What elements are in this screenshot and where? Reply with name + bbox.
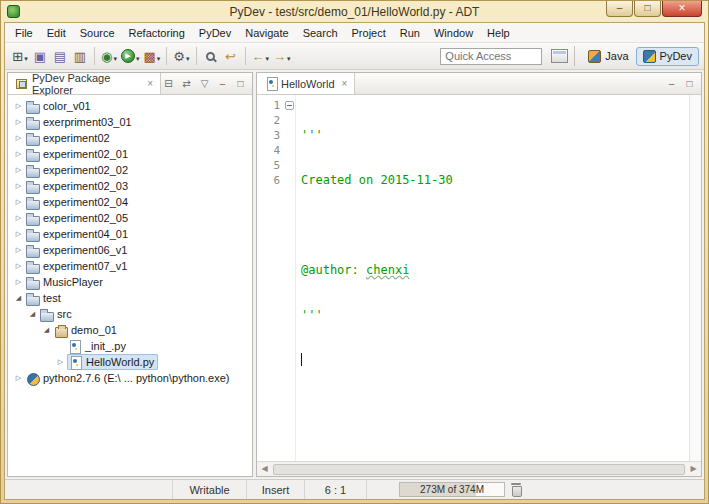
tree-item[interactable]: ▷experiment02_04 bbox=[8, 194, 252, 210]
view-menu-icon[interactable]: ▽ bbox=[197, 78, 212, 89]
tree-item[interactable]: ▷experiment07_v1 bbox=[8, 258, 252, 274]
code-area[interactable]: ''' Created on 2015-11-30 @author: chenx… bbox=[296, 95, 689, 461]
menu-help[interactable]: Help bbox=[480, 25, 517, 41]
tree-item[interactable]: ◢test bbox=[8, 290, 252, 306]
expand-arrow-icon[interactable]: ▷ bbox=[12, 230, 25, 238]
expand-arrow-icon[interactable]: ▷ bbox=[12, 118, 25, 126]
tree-item[interactable]: ▷color_v01 bbox=[8, 98, 252, 114]
tab-pydev-package-explorer[interactable]: PyDev Package Explorer × bbox=[8, 73, 161, 94]
tree-item[interactable]: ◢src bbox=[8, 306, 252, 322]
expand-arrow-icon[interactable]: ▷ bbox=[12, 102, 25, 110]
forward-icon[interactable]: → bbox=[271, 45, 293, 67]
coverage-icon[interactable]: ▩ bbox=[142, 45, 163, 67]
open-perspective-icon[interactable] bbox=[551, 49, 568, 63]
dropdown-caret-icon[interactable] bbox=[24, 47, 28, 65]
quick-access-input[interactable] bbox=[440, 48, 542, 65]
tree-item[interactable]: ▷experiment04_01 bbox=[8, 226, 252, 242]
expand-arrow-icon[interactable]: ▷ bbox=[12, 214, 25, 222]
python-file-icon bbox=[68, 356, 84, 369]
tree-item-label: python2.7.6 (E:\ ... python\python.exe) bbox=[43, 372, 230, 384]
last-edit-location-icon[interactable]: ↩ bbox=[221, 45, 241, 67]
dropdown-caret-icon[interactable] bbox=[287, 47, 291, 65]
minimize-view-icon[interactable]: – bbox=[215, 78, 230, 89]
perspective-pydev-button[interactable]: PyDev bbox=[636, 47, 699, 66]
print-icon[interactable]: ▥ bbox=[70, 45, 90, 67]
external-tools-icon[interactable]: ⚙ bbox=[171, 45, 191, 67]
menu-navigate[interactable]: Navigate bbox=[238, 25, 295, 41]
close-icon[interactable]: × bbox=[147, 78, 153, 89]
new-wizard-icon[interactable]: ⊞ bbox=[10, 45, 30, 67]
expand-arrow-icon[interactable]: ▷ bbox=[12, 198, 25, 206]
status-message-area bbox=[5, 480, 173, 499]
dropdown-caret-icon[interactable] bbox=[266, 47, 270, 65]
minimize-button[interactable]: – bbox=[606, 1, 633, 17]
expand-arrow-icon[interactable]: ▷ bbox=[12, 166, 25, 174]
menu-edit[interactable]: Edit bbox=[40, 25, 73, 41]
toolbar-separator bbox=[196, 47, 197, 65]
menu-search[interactable]: Search bbox=[296, 25, 345, 41]
expand-arrow-icon[interactable]: ▷ bbox=[12, 246, 25, 254]
dropdown-caret-icon[interactable] bbox=[186, 47, 190, 65]
scrollbar-thumb[interactable] bbox=[273, 464, 685, 475]
expand-arrow-icon[interactable]: ◢ bbox=[26, 310, 39, 318]
link-with-editor-icon[interactable]: ⇄ bbox=[179, 78, 194, 89]
perspective-switcher: Java PyDev bbox=[551, 46, 699, 66]
dropdown-caret-icon[interactable] bbox=[157, 47, 161, 65]
close-button[interactable]: × bbox=[662, 1, 702, 17]
menu-pydev[interactable]: PyDev bbox=[192, 25, 238, 41]
search-icon[interactable] bbox=[201, 45, 221, 67]
expand-arrow-icon[interactable]: ▷ bbox=[12, 262, 25, 270]
expand-arrow-icon[interactable]: ▷ bbox=[54, 358, 67, 366]
heap-status-widget[interactable]: 273M of 374M bbox=[399, 482, 505, 497]
expand-arrow-icon[interactable]: ▷ bbox=[12, 182, 25, 190]
scroll-left-icon[interactable]: ◀ bbox=[257, 462, 272, 476]
expand-arrow-icon[interactable]: ▷ bbox=[12, 278, 25, 286]
tree-item-content: HelloWorld.py bbox=[67, 354, 158, 370]
menu-file[interactable]: File bbox=[8, 25, 40, 41]
dropdown-caret-icon[interactable] bbox=[136, 47, 140, 65]
maximize-button[interactable]: □ bbox=[634, 1, 661, 17]
run-icon[interactable]: ▶ bbox=[119, 45, 142, 67]
save-icon[interactable]: ▣ bbox=[30, 45, 50, 67]
horizontal-scrollbar[interactable]: ◀ ▶ bbox=[257, 461, 701, 476]
tree-item[interactable]: ▷experiment02_03 bbox=[8, 178, 252, 194]
tree-item[interactable]: ◢demo_01 bbox=[8, 322, 252, 338]
tree-item[interactable]: ▷exerpriment03_01 bbox=[8, 114, 252, 130]
minimize-view-icon[interactable]: – bbox=[664, 78, 679, 89]
maximize-view-icon[interactable]: □ bbox=[682, 78, 697, 89]
tree-item[interactable]: ▷experiment02_05 bbox=[8, 210, 252, 226]
tab-helloworld[interactable]: HelloWorld × bbox=[257, 73, 355, 94]
debug-icon[interactable]: ◉ bbox=[99, 45, 119, 67]
tree-item[interactable]: ▷experiment02_01 bbox=[8, 146, 252, 162]
menu-project[interactable]: Project bbox=[345, 25, 393, 41]
overview-ruler[interactable] bbox=[689, 95, 701, 461]
scroll-right-icon[interactable]: ▶ bbox=[686, 462, 701, 476]
expand-arrow-icon[interactable]: ▷ bbox=[12, 150, 25, 158]
close-icon[interactable]: × bbox=[342, 78, 348, 89]
perspective-java-button[interactable]: Java bbox=[581, 47, 635, 66]
tree-item[interactable]: ▷experiment06_v1 bbox=[8, 242, 252, 258]
menu-run[interactable]: Run bbox=[393, 25, 427, 41]
expand-arrow-icon[interactable]: ▷ bbox=[12, 374, 25, 382]
titlebar[interactable]: PyDev - test/src/demo_01/HelloWorld.py -… bbox=[1, 1, 708, 22]
expand-arrow-icon[interactable]: ▷ bbox=[12, 134, 25, 142]
editor-body[interactable]: 1 2 3 4 5 6 ''' Created on 2015-11-30 bbox=[257, 95, 701, 461]
run-garbage-collector-icon[interactable] bbox=[509, 482, 523, 497]
menu-refactoring[interactable]: Refactoring bbox=[122, 25, 192, 41]
tree-item[interactable]: ▷python2.7.6 (E:\ ... python\python.exe) bbox=[8, 370, 252, 386]
expand-arrow-icon[interactable]: ◢ bbox=[40, 326, 53, 334]
dropdown-caret-icon[interactable] bbox=[113, 47, 117, 65]
tree-item[interactable]: ▷MusicPlayer bbox=[8, 274, 252, 290]
tree-item[interactable]: ▷HelloWorld.py bbox=[8, 354, 252, 370]
menu-window[interactable]: Window bbox=[427, 25, 480, 41]
menu-source[interactable]: Source bbox=[73, 25, 122, 41]
fold-collapse-icon[interactable] bbox=[285, 101, 294, 110]
tree-item[interactable]: ▷experiment02 bbox=[8, 130, 252, 146]
tree-item[interactable]: _init_.py bbox=[8, 338, 252, 354]
back-icon[interactable]: ← bbox=[250, 45, 272, 67]
save-all-icon[interactable]: ▤ bbox=[50, 45, 70, 67]
expand-arrow-icon[interactable]: ◢ bbox=[12, 294, 25, 302]
maximize-view-icon[interactable]: □ bbox=[233, 78, 248, 89]
tree-item[interactable]: ▷experiment02_02 bbox=[8, 162, 252, 178]
collapse-all-icon[interactable]: ⊟ bbox=[161, 78, 176, 89]
